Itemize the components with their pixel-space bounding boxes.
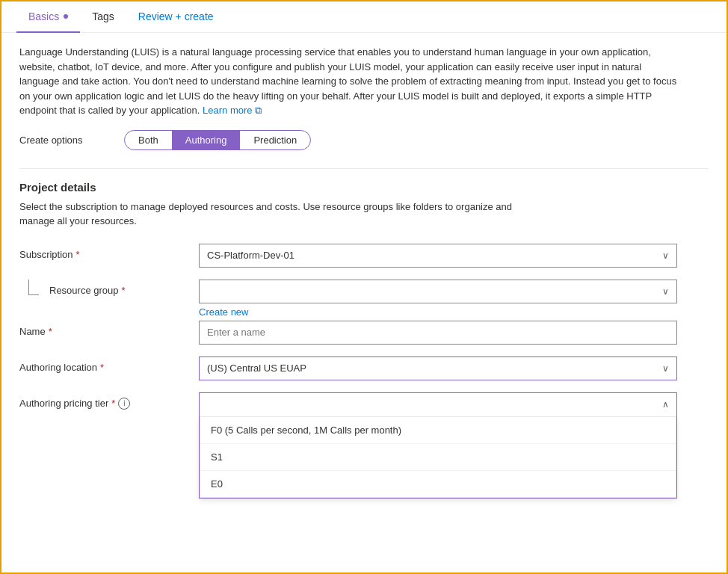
authoring-pricing-tier-label: Authoring pricing tier * i — [19, 392, 199, 410]
subscription-label: Subscription * — [19, 244, 199, 260]
tabs-container: Basics Tags Review + create — [1, 1, 727, 33]
toggle-btn-prediction[interactable]: Prediction — [240, 131, 310, 149]
pricing-option-e0-label: E0 — [211, 478, 223, 490]
resource-group-field: ∨ Create new — [199, 280, 677, 318]
pricing-option-f0-label: F0 (5 Calls per second, 1M Calls per mon… — [211, 425, 401, 436]
learn-more-link[interactable]: Learn more ⧉ — [203, 105, 262, 116]
main-content: Language Understanding (LUIS) is a natur… — [1, 33, 727, 522]
toggle-btn-both[interactable]: Both — [125, 131, 172, 149]
tab-review-create[interactable]: Review + create — [126, 1, 226, 33]
resource-group-row: Resource group * ∨ Create new — [19, 280, 677, 318]
learn-more-label: Learn more — [203, 105, 252, 116]
authoring-location-field: (US) Central US EUAP ∨ — [199, 357, 677, 380]
authoring-pricing-tier-options: F0 (5 Calls per second, 1M Calls per mon… — [200, 417, 676, 498]
authoring-location-row: Authoring location * (US) Central US EUA… — [19, 357, 677, 380]
create-options-row: Create options Both Authoring Prediction — [19, 130, 709, 150]
subscription-row: Subscription * CS-Platform-Dev-01 ∨ — [19, 244, 677, 268]
description-text: Language Understanding (LUIS) is a natur… — [19, 45, 677, 118]
authoring-location-label: Authoring location * — [19, 357, 199, 373]
project-details-section: Project details Select the subscription … — [19, 181, 709, 229]
resource-group-label-text: Resource group — [49, 285, 119, 296]
tab-review-create-label: Review + create — [138, 10, 214, 22]
subscription-chevron-down-icon: ∨ — [662, 250, 669, 261]
toggle-btn-authoring[interactable]: Authoring — [172, 131, 241, 149]
subscription-field: CS-Platform-Dev-01 ∨ — [199, 244, 677, 268]
authoring-pricing-tier-info-icon[interactable]: i — [118, 398, 130, 410]
name-required-star: * — [49, 326, 52, 337]
name-input[interactable] — [199, 321, 677, 345]
pricing-option-s1-label: S1 — [211, 451, 223, 463]
authoring-pricing-tier-field: ∧ F0 (5 Calls per second, 1M Calls per m… — [199, 392, 677, 499]
subscription-required-star: * — [76, 249, 80, 260]
section-divider — [19, 168, 709, 169]
tab-basics-label: Basics — [28, 10, 59, 22]
external-icon: ⧉ — [255, 105, 262, 116]
authoring-location-required-star: * — [100, 362, 104, 373]
subscription-label-text: Subscription — [19, 249, 73, 260]
authoring-location-label-text: Authoring location — [19, 362, 97, 373]
authoring-pricing-tier-required-star: * — [111, 398, 115, 409]
authoring-pricing-tier-dropdown-header[interactable]: ∧ — [200, 393, 676, 417]
name-row: Name * — [19, 321, 677, 345]
tab-basics[interactable]: Basics — [16, 1, 80, 33]
project-details-title: Project details — [19, 181, 709, 194]
resource-group-dropdown[interactable]: ∨ — [199, 280, 677, 303]
subscription-value: CS-Platform-Dev-01 — [207, 250, 294, 261]
name-field — [199, 321, 677, 345]
create-options-toggle-group: Both Authoring Prediction — [124, 130, 311, 150]
description-body: Language Understanding (LUIS) is a natur… — [19, 46, 676, 116]
resource-group-chevron-down-icon: ∨ — [662, 286, 669, 297]
tab-tags[interactable]: Tags — [80, 1, 126, 33]
indent-connector — [19, 280, 49, 285]
subscription-dropdown[interactable]: CS-Platform-Dev-01 ∨ — [199, 244, 677, 268]
authoring-location-dropdown[interactable]: (US) Central US EUAP ∨ — [199, 357, 677, 380]
resource-group-required-star: * — [122, 285, 126, 296]
create-new-link[interactable]: Create new — [199, 306, 248, 318]
authoring-pricing-tier-chevron-up-icon: ∧ — [662, 399, 669, 410]
tab-basics-dot — [64, 14, 68, 19]
project-details-desc: Select the subscription to manage deploy… — [19, 200, 543, 229]
tab-tags-label: Tags — [92, 10, 114, 22]
authoring-location-value: (US) Central US EUAP — [207, 362, 306, 374]
pricing-option-e0[interactable]: E0 — [200, 471, 676, 497]
authoring-pricing-tier-row: Authoring pricing tier * i ∧ F0 (5 Calls… — [19, 392, 677, 499]
authoring-pricing-tier-dropdown-container: ∧ F0 (5 Calls per second, 1M Calls per m… — [199, 392, 677, 499]
name-label: Name * — [19, 321, 199, 337]
create-options-label: Create options — [19, 135, 109, 146]
name-label-text: Name — [19, 326, 46, 337]
resource-group-label: Resource group * — [49, 280, 199, 296]
pricing-option-s1[interactable]: S1 — [200, 444, 676, 471]
pricing-option-f0[interactable]: F0 (5 Calls per second, 1M Calls per mon… — [200, 417, 676, 444]
authoring-pricing-tier-label-text: Authoring pricing tier — [19, 398, 108, 409]
authoring-location-chevron-down-icon: ∨ — [662, 363, 669, 374]
